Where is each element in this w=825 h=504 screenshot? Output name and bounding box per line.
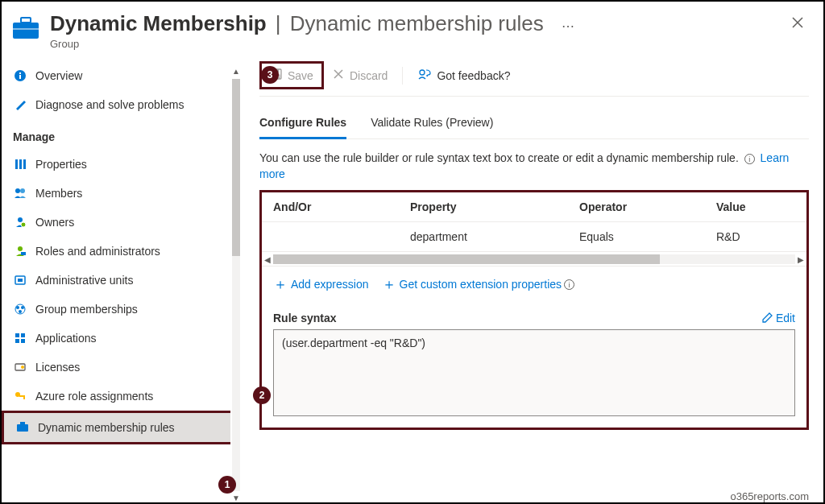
get-extension-button[interactable]: ＋ Get custom extension properties i bbox=[382, 275, 578, 294]
sidebar-scrollbar[interactable]: ▲ ▼ bbox=[230, 56, 242, 504]
add-expression-button[interactable]: ＋ Add expression bbox=[273, 275, 369, 294]
plus-icon: ＋ bbox=[273, 275, 288, 294]
sidebar-item-dynamic-rules[interactable]: Dynamic membership rules bbox=[2, 411, 242, 444]
svg-rect-7 bbox=[19, 159, 22, 169]
rules-icon bbox=[15, 420, 30, 435]
sidebar-item-licenses[interactable]: Licenses bbox=[2, 353, 242, 382]
close-button[interactable] bbox=[788, 11, 807, 36]
feedback-button[interactable]: Got feedback? bbox=[409, 64, 518, 87]
svg-rect-2 bbox=[13, 28, 39, 30]
tab-configure[interactable]: Configure Rules bbox=[259, 111, 346, 139]
discard-button[interactable]: Discard bbox=[324, 64, 396, 87]
sidebar-item-label: Azure role assignments bbox=[35, 390, 153, 403]
syntax-header: Rule syntax Edit bbox=[262, 302, 806, 329]
scroll-down-arrow[interactable]: ▼ bbox=[230, 491, 242, 504]
sidebar-item-applications[interactable]: Applications bbox=[2, 324, 242, 353]
sidebar-item-label: Diagnose and solve problems bbox=[35, 98, 184, 111]
title-separator: | bbox=[270, 11, 287, 35]
sidebar-item-members[interactable]: Members bbox=[2, 179, 242, 208]
page-title: Dynamic Membership bbox=[50, 11, 267, 35]
get-extension-label: Get custom extension properties bbox=[400, 278, 562, 291]
cell-andor bbox=[273, 230, 410, 243]
hscroll-right-arrow[interactable]: ▶ bbox=[795, 252, 806, 266]
info-icon[interactable]: i bbox=[564, 279, 574, 290]
sidebar-item-overview[interactable]: Overview bbox=[2, 61, 242, 90]
svg-point-19 bbox=[21, 306, 24, 309]
apps-icon bbox=[13, 331, 27, 345]
plus-icon: ＋ bbox=[382, 275, 396, 294]
col-operator: Operator bbox=[579, 200, 716, 213]
info-icon[interactable]: i bbox=[744, 154, 755, 164]
sidebar-item-properties[interactable]: Properties bbox=[2, 150, 242, 179]
sidebar-item-label: Properties bbox=[35, 158, 87, 171]
svg-point-11 bbox=[18, 217, 23, 222]
hscroll-left-arrow[interactable]: ◀ bbox=[262, 252, 273, 266]
licenses-icon bbox=[13, 360, 27, 374]
svg-rect-28 bbox=[19, 395, 25, 397]
title-ellipsis[interactable]: ⋯ bbox=[562, 19, 574, 33]
sidebar-section-manage: Manage bbox=[2, 119, 242, 150]
admin-icon bbox=[13, 244, 27, 258]
sidebar-item-label: Dynamic membership rules bbox=[38, 421, 175, 434]
help-text: You can use the rule builder or rule syn… bbox=[259, 151, 809, 182]
svg-point-18 bbox=[16, 306, 19, 309]
properties-icon bbox=[13, 157, 27, 171]
units-icon bbox=[13, 273, 27, 287]
command-bar: Save Discard Got feedback? bbox=[259, 61, 809, 97]
svg-rect-0 bbox=[13, 23, 39, 39]
svg-rect-21 bbox=[15, 333, 19, 337]
info-icon bbox=[13, 68, 27, 83]
svg-rect-16 bbox=[18, 279, 23, 282]
svg-rect-4 bbox=[19, 75, 21, 79]
rules-horizontal-scroll[interactable]: ◀ ▶ bbox=[262, 252, 806, 266]
svg-rect-24 bbox=[21, 339, 25, 343]
rules-table-header: And/Or Property Operator Value bbox=[262, 192, 806, 222]
save-label: Save bbox=[288, 69, 313, 82]
sidebar-item-azure-roles[interactable]: Azure role assignments bbox=[2, 382, 242, 411]
rules-actions: ＋ Add expression ＋ Get custom extension … bbox=[262, 266, 806, 302]
page-header: Dynamic Membership | Dynamic membership … bbox=[2, 2, 823, 53]
callout-1: 1 bbox=[218, 476, 236, 494]
col-property: Property bbox=[410, 200, 579, 213]
sidebar-item-label: Licenses bbox=[35, 361, 80, 374]
wrench-icon bbox=[13, 97, 27, 112]
rule-syntax-textbox[interactable]: (user.department -eq "R&D") bbox=[273, 329, 795, 416]
sidebar-item-label: Group memberships bbox=[35, 303, 138, 316]
cell-value: R&D bbox=[716, 230, 795, 243]
col-andor: And/Or bbox=[273, 200, 410, 213]
sidebar-item-roles[interactable]: Roles and administrators bbox=[2, 237, 242, 266]
discard-label: Discard bbox=[350, 69, 388, 82]
tab-validate[interactable]: Validate Rules (Preview) bbox=[371, 111, 493, 138]
key-icon bbox=[13, 389, 27, 403]
sidebar-item-admin-units[interactable]: Administrative units bbox=[2, 266, 242, 295]
sidebar-item-label: Owners bbox=[35, 216, 74, 229]
svg-point-35 bbox=[420, 70, 425, 75]
rules-panel: And/Or Property Operator Value departmen… bbox=[259, 190, 809, 430]
group-memberships-icon bbox=[13, 302, 27, 316]
svg-rect-8 bbox=[23, 159, 26, 169]
sidebar-item-owners[interactable]: Owners bbox=[2, 208, 242, 237]
sidebar-item-group-memberships[interactable]: Group memberships bbox=[2, 295, 242, 324]
svg-rect-6 bbox=[15, 159, 18, 169]
header-title-block: Dynamic Membership | Dynamic membership … bbox=[50, 11, 574, 50]
svg-point-20 bbox=[19, 310, 22, 313]
svg-rect-29 bbox=[23, 397, 25, 399]
scroll-thumb[interactable] bbox=[232, 79, 240, 256]
scroll-up-arrow[interactable]: ▲ bbox=[230, 64, 242, 77]
sidebar-item-label: Applications bbox=[35, 332, 97, 345]
svg-rect-5 bbox=[19, 72, 21, 74]
help-body: You can use the rule builder or rule syn… bbox=[259, 151, 739, 164]
discard-icon bbox=[332, 68, 345, 83]
svg-rect-1 bbox=[21, 18, 31, 23]
callout-2: 2 bbox=[253, 386, 271, 404]
watermark: o365reports.com bbox=[730, 490, 809, 502]
hscroll-thumb[interactable] bbox=[273, 254, 660, 264]
sidebar-item-label: Roles and administrators bbox=[35, 245, 160, 258]
cell-operator: Equals bbox=[579, 230, 716, 243]
svg-rect-31 bbox=[20, 422, 25, 424]
edit-syntax-button[interactable]: Edit bbox=[761, 312, 795, 324]
rules-table-row[interactable]: department Equals R&D bbox=[262, 222, 806, 252]
edit-label: Edit bbox=[776, 312, 795, 324]
sidebar-item-diagnose[interactable]: Diagnose and solve problems bbox=[2, 90, 242, 119]
svg-point-10 bbox=[20, 188, 25, 193]
